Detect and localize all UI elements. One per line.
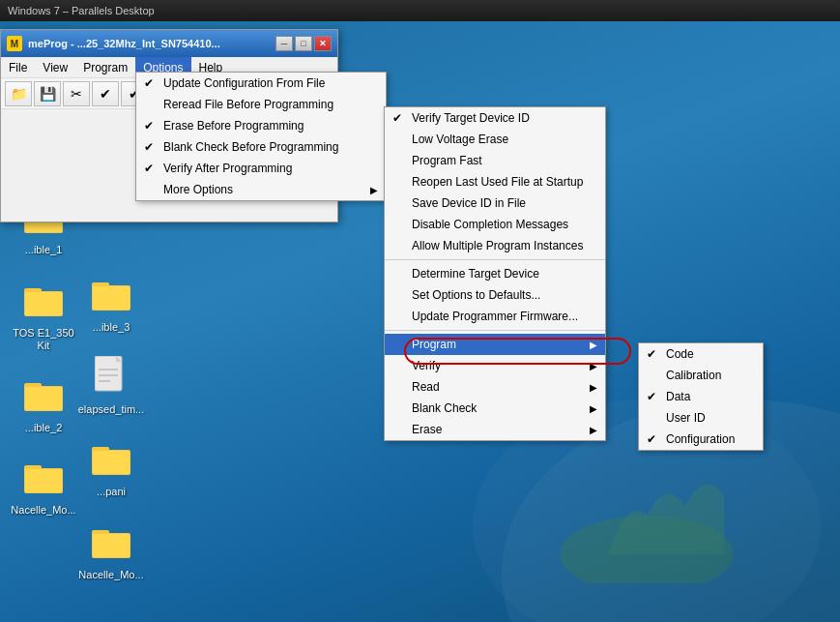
desktop-icon-pani[interactable]: ...pani: [77, 435, 145, 498]
prog-label-calibration: Calibration: [666, 369, 721, 382]
mo-label-verify-target: Verify Target Device ID: [412, 111, 530, 125]
desktop-icon-tos[interactable]: TOS E1_350 Kit: [10, 277, 77, 352]
menu-view[interactable]: View: [35, 57, 75, 77]
mo-set-defaults[interactable]: Set Options to Defaults...: [385, 284, 605, 306]
mo-label-reopen-last: Reopen Last Used File at Startup: [412, 175, 583, 189]
icon-label-3: ...ible_1: [25, 244, 63, 256]
mo-program[interactable]: Program ▶: [385, 334, 605, 355]
menu-program[interactable]: Program: [75, 57, 135, 77]
minimize-button[interactable]: ─: [275, 36, 293, 51]
erase-arrow: ▶: [590, 425, 597, 435]
icon-label-nacelle2: Nacelle_Mo...: [78, 569, 143, 581]
toolbar-open[interactable]: 📁: [5, 81, 32, 106]
options-item-verify-after[interactable]: ✔ Verify After Programming: [136, 158, 386, 179]
options-label-blank-check: Blank Check Before Programming: [163, 140, 338, 154]
mo-label-program-fast: Program Fast: [412, 154, 482, 167]
desktop: Windows 7 – Parallels Desktop ...ion...: [0, 0, 840, 622]
icon-label-elapsed: elapsed_tim...: [78, 403, 144, 416]
svg-rect-21: [25, 469, 62, 492]
options-item-reread-file[interactable]: Reread File Before Programming: [136, 94, 386, 115]
options-dropdown-menu: ✔ Update Configuration From File Reread …: [135, 72, 387, 201]
options-item-blank-check[interactable]: ✔ Blank Check Before Programming: [136, 136, 386, 158]
icon-label-pani: ...pani: [97, 486, 126, 498]
folder-icon-pani: [92, 435, 130, 482]
parallels-title: Windows 7 – Parallels Desktop: [8, 5, 155, 16]
options-item-update-config[interactable]: ✔ Update Configuration From File: [136, 73, 386, 94]
icon-label-5: ...ible_2: [25, 422, 63, 434]
mo-blank-check[interactable]: Blank Check ▶: [385, 398, 605, 419]
check-verify-target: ✔: [392, 111, 402, 125]
mo-label-disable-completion: Disable Completion Messages: [412, 218, 568, 231]
mo-save-device-id[interactable]: Save Device ID in File: [385, 193, 605, 214]
svg-rect-18: [25, 387, 62, 410]
prog-userid[interactable]: User ID: [639, 407, 763, 429]
separator-1: [385, 259, 605, 260]
window-title: meProg - ...25_32Mhz_Int_SN754410...: [28, 38, 275, 49]
toolbar-check[interactable]: ✔: [92, 81, 119, 106]
mo-read[interactable]: Read ▶: [385, 376, 605, 398]
mo-verify[interactable]: Verify ▶: [385, 355, 605, 376]
prog-label-data: Data: [666, 390, 690, 403]
mo-label-low-voltage: Low Voltage Erase: [412, 133, 508, 146]
prog-label-code: Code: [666, 347, 694, 361]
toolbar-cut[interactable]: ✂: [63, 81, 90, 106]
parallels-topbar: Windows 7 – Parallels Desktop: [0, 0, 840, 21]
check-code: ✔: [647, 347, 656, 361]
app-icon: M: [7, 36, 22, 51]
icon-label-nacelle1: Nacelle_Mo...: [11, 504, 75, 517]
maximize-button[interactable]: □: [295, 36, 312, 51]
mo-label-program: Program: [412, 338, 456, 351]
mo-label-read: Read: [412, 380, 440, 394]
mo-label-update-firmware: Update Programmer Firmware...: [412, 310, 578, 323]
mo-low-voltage[interactable]: Low Voltage Erase: [385, 129, 605, 150]
mo-erase[interactable]: Erase ▶: [385, 419, 605, 440]
prog-label-userid: User ID: [666, 411, 706, 425]
mo-label-verify: Verify: [412, 359, 441, 372]
svg-rect-31: [93, 451, 130, 474]
mo-program-fast[interactable]: Program Fast: [385, 150, 605, 171]
mo-verify-target[interactable]: ✔ Verify Target Device ID: [385, 107, 605, 129]
folder-icon-nacelle2: [92, 518, 130, 565]
folder-icon-6: [92, 271, 130, 317]
mo-label-determine-target: Determine Target Device: [412, 267, 539, 281]
file-icon-elapsed: [92, 353, 130, 400]
svg-rect-24: [93, 286, 130, 310]
read-arrow: ▶: [590, 382, 597, 393]
mo-reopen-last[interactable]: Reopen Last Used File at Startup: [385, 171, 605, 193]
toolbar-save[interactable]: 💾: [34, 81, 61, 106]
prog-calibration[interactable]: Calibration: [639, 365, 763, 386]
prog-configuration[interactable]: ✔ Configuration: [639, 429, 763, 450]
mo-disable-completion[interactable]: Disable Completion Messages: [385, 214, 605, 235]
svg-rect-15: [25, 292, 62, 315]
folder-icon-5: [24, 371, 63, 418]
mo-label-set-defaults: Set Options to Defaults...: [412, 288, 540, 302]
desktop-icon-nacelle1[interactable]: Nacelle_Mo...: [10, 454, 77, 517]
check-blank: ✔: [144, 140, 154, 154]
mo-label-save-device-id: Save Device ID in File: [412, 196, 526, 210]
desktop-icon-5[interactable]: ...ible_2: [10, 371, 77, 434]
prog-label-configuration: Configuration: [666, 432, 735, 446]
prog-code[interactable]: ✔ Code: [639, 343, 763, 365]
folder-icon-nacelle1: [24, 454, 63, 500]
options-label-update-config: Update Configuration From File: [163, 76, 325, 90]
desktop-icon-elapsed[interactable]: elapsed_tim...: [77, 353, 145, 416]
close-button[interactable]: ✕: [314, 36, 332, 51]
options-item-erase[interactable]: ✔ Erase Before Programming: [136, 115, 386, 136]
mo-label-blank-check: Blank Check: [412, 401, 477, 415]
more-options-arrow: ▶: [370, 185, 378, 195]
svg-rect-34: [93, 534, 130, 557]
program-submenu-menu: ✔ Code Calibration ✔ Data User ID ✔ Conf…: [638, 342, 764, 451]
mo-determine-target[interactable]: Determine Target Device: [385, 263, 605, 284]
options-label-erase: Erase Before Programming: [163, 119, 304, 133]
prog-data[interactable]: ✔ Data: [639, 386, 763, 407]
options-label-reread-file: Reread File Before Programming: [163, 98, 333, 111]
mo-allow-multiple[interactable]: Allow Multiple Program Instances: [385, 235, 605, 256]
desktop-icon-nacelle2[interactable]: Nacelle_Mo...: [77, 518, 145, 581]
menu-file[interactable]: File: [1, 57, 35, 77]
desktop-icon-6[interactable]: ...ible_3: [77, 271, 145, 334]
options-item-more[interactable]: More Options ▶: [136, 179, 386, 200]
check-verify-after: ✔: [144, 162, 154, 175]
mo-update-firmware[interactable]: Update Programmer Firmware...: [385, 306, 605, 327]
folder-icon-tos: [24, 277, 63, 323]
check-erase: ✔: [144, 119, 154, 133]
